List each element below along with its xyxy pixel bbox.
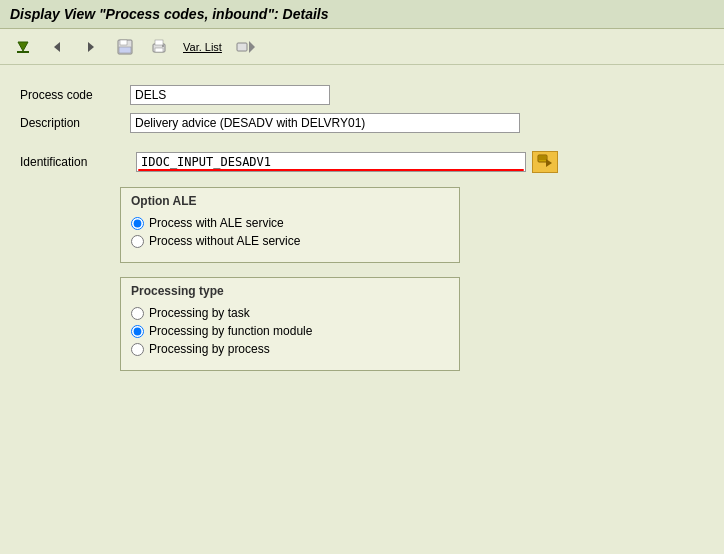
svg-marker-0 [18,42,28,51]
back-icon [47,37,67,57]
svg-rect-6 [119,47,131,53]
svg-rect-8 [155,40,163,45]
ale-option-1-label: Process with ALE service [149,216,284,230]
proc-option-1-label: Processing by task [149,306,250,320]
forward-icon [81,37,101,57]
proc-option-2-label: Processing by function module [149,324,312,338]
ale-option-2-row: Process without ALE service [131,234,449,248]
navigate-icon-btn[interactable] [8,34,38,60]
proc-option-3-row: Processing by process [131,342,449,356]
process-code-label: Process code [20,88,130,102]
option-ale-title: Option ALE [131,194,449,208]
processing-type-section: Processing type Processing by task Proce… [120,277,460,371]
page-title: Display View "Process codes, inbound": D… [10,6,329,22]
process-code-input[interactable] [130,85,330,105]
ale-option-1-row: Process with ALE service [131,216,449,230]
proc-option-2-radio[interactable] [131,325,144,338]
red-underline-decoration [138,169,524,171]
svg-marker-12 [249,41,255,53]
svg-rect-5 [120,40,127,45]
transfer-button[interactable] [231,34,261,60]
svg-rect-1 [17,51,29,53]
svg-rect-13 [538,155,547,162]
identification-row: Identification [20,151,704,173]
navigate-icon [13,37,33,57]
svg-marker-16 [546,159,552,167]
ale-option-2-radio[interactable] [131,235,144,248]
identification-lookup-button[interactable] [532,151,558,173]
identification-wrapper [136,152,526,172]
description-input[interactable] [130,113,520,133]
ale-option-2-label: Process without ALE service [149,234,300,248]
svg-point-10 [162,45,164,47]
varlist-label: Var. List [183,41,222,53]
print-icon [149,37,169,57]
ale-option-1-radio[interactable] [131,217,144,230]
svg-marker-3 [88,42,94,52]
save-icon [115,37,135,57]
varlist-button[interactable]: Var. List [178,38,227,56]
svg-marker-2 [54,42,60,52]
description-row: Description [20,113,704,133]
svg-rect-11 [237,43,247,51]
proc-option-1-radio[interactable] [131,307,144,320]
lookup-icon [537,154,553,171]
description-label: Description [20,116,130,130]
identification-label: Identification [20,155,130,169]
svg-rect-9 [155,48,163,52]
title-bar: Display View "Process codes, inbound": D… [0,0,724,29]
processing-type-title: Processing type [131,284,449,298]
main-content: Process code Description Identification [0,65,724,389]
proc-option-1-row: Processing by task [131,306,449,320]
back-button[interactable] [42,34,72,60]
option-ale-section: Option ALE Process with ALE service Proc… [120,187,460,263]
print-button[interactable] [144,34,174,60]
process-code-row: Process code [20,85,704,105]
proc-option-3-radio[interactable] [131,343,144,356]
proc-option-2-row: Processing by function module [131,324,449,338]
save-button[interactable] [110,34,140,60]
transfer-icon [236,37,256,57]
proc-option-3-label: Processing by process [149,342,270,356]
forward-button[interactable] [76,34,106,60]
toolbar: Var. List [0,29,724,65]
